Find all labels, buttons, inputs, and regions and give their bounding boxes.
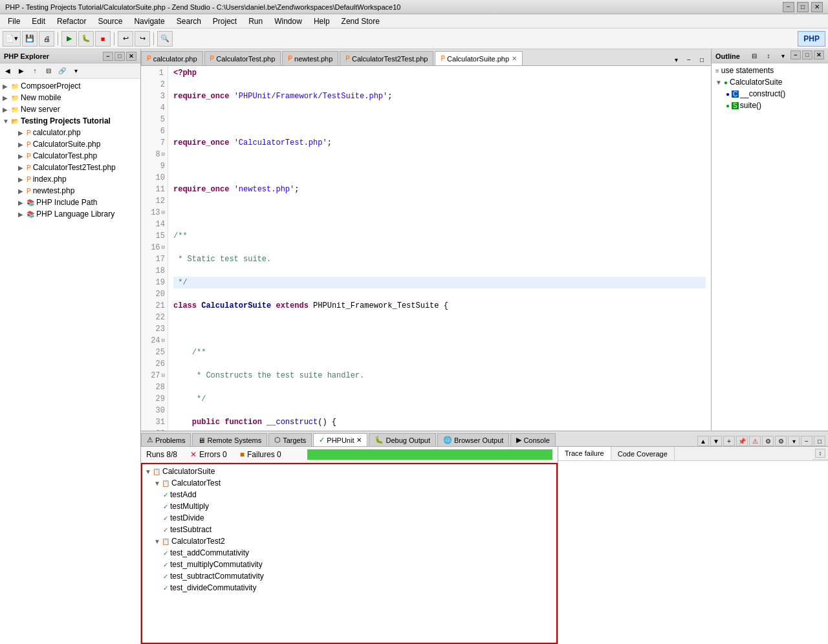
tab-calculator-test-php[interactable]: P CalculatorTest.php: [204, 51, 281, 65]
bottom-config-btn[interactable]: ▾: [788, 436, 800, 446]
tab-browser-output[interactable]: 🌐 Browser Output: [437, 433, 509, 446]
outline-calculator-suite[interactable]: ▼ ● CalculatorSuite: [713, 76, 827, 88]
composer-project-expand[interactable]: ▶: [3, 83, 10, 90]
test-item-calculator-test[interactable]: ▼ 📋 CalculatorTest: [144, 477, 555, 489]
undo-button[interactable]: ↩: [118, 31, 133, 47]
search-button[interactable]: 🔍: [157, 31, 173, 47]
tree-item-php-include-path[interactable]: ▶ 📚 PHP Include Path: [0, 197, 140, 208]
calc-test-test-expand[interactable]: ▼: [154, 480, 162, 487]
bottom-max-btn[interactable]: □: [814, 436, 825, 446]
trace-btn1[interactable]: ↕: [815, 449, 825, 458]
tab-phpunit[interactable]: ✓ PHPUnit ✕: [313, 433, 367, 446]
tab-debug-output[interactable]: 🐛 Debug Output: [369, 433, 436, 446]
tree-item-new-mobile[interactable]: ▶ 📁 New mobile: [0, 92, 140, 103]
bottom-new-btn[interactable]: +: [723, 436, 735, 446]
test-item-calculator-test2[interactable]: ▼ 📋 CalculatorTest2: [144, 535, 555, 547]
lang-lib-expand[interactable]: ▶: [18, 211, 26, 218]
outline-use-statements[interactable]: ≡ use statements: [713, 65, 827, 76]
explorer-forward-button[interactable]: ▶: [15, 65, 28, 77]
test-item-subtract-comm[interactable]: ✓ test_subtractCommutativity: [144, 570, 555, 582]
close-button[interactable]: ✕: [811, 2, 823, 12]
php-explorer-close[interactable]: ✕: [126, 52, 136, 61]
bottom-gear-btn[interactable]: ⚙: [775, 436, 787, 446]
bottom-up-btn[interactable]: ▲: [697, 436, 709, 446]
test-item-calculator-suite[interactable]: ▼ 📋 CalculatorSuite: [144, 466, 555, 477]
tab-targets[interactable]: ⬡ Targets: [268, 433, 312, 446]
debug-button[interactable]: 🐛: [78, 31, 94, 47]
tab-console[interactable]: ▶ Console: [510, 433, 555, 446]
calc-test2-expand[interactable]: ▶: [18, 164, 26, 171]
tree-item-new-server[interactable]: ▶ 📁 New server: [0, 103, 140, 115]
php-explorer-minimize[interactable]: −: [103, 52, 113, 61]
explorer-up-button[interactable]: ↑: [28, 65, 41, 77]
menu-project[interactable]: Project: [208, 16, 242, 27]
index-php-expand[interactable]: ▶: [18, 176, 26, 183]
explorer-collapse-button[interactable]: ⊟: [42, 65, 55, 77]
newtest-expand[interactable]: ▶: [18, 188, 26, 195]
phpunit-close[interactable]: ✕: [356, 436, 362, 444]
calc-test-expand[interactable]: ▶: [18, 153, 26, 160]
tab-remote-systems[interactable]: 🖥 Remote Systems: [192, 433, 267, 446]
bottom-err-btn[interactable]: ⚠: [749, 436, 761, 446]
new-mobile-expand[interactable]: ▶: [3, 94, 10, 102]
redo-button[interactable]: ↪: [135, 31, 150, 47]
test-item-multiply-comm[interactable]: ✓ test_multiplyCommutativity: [144, 559, 555, 570]
outline-close-btn[interactable]: ✕: [814, 50, 824, 59]
testing-tutorial-expand[interactable]: ▼: [3, 118, 10, 125]
tree-item-calculator-test2-php[interactable]: ▶ P CalculatorTest2Test.php: [0, 162, 140, 173]
menu-window[interactable]: Window: [269, 16, 307, 27]
test-item-test-subtract[interactable]: ✓ testSubtract: [144, 524, 555, 535]
menu-edit[interactable]: Edit: [27, 16, 50, 27]
minimize-button[interactable]: −: [783, 2, 794, 12]
bottom-warn-btn[interactable]: ⚙: [762, 436, 774, 446]
bottom-min-btn[interactable]: −: [801, 436, 812, 446]
explorer-link-button[interactable]: 🔗: [56, 65, 69, 77]
test-item-test-divide[interactable]: ✓ testDivide: [144, 512, 555, 524]
outline-min-btn[interactable]: −: [790, 50, 801, 59]
calc-suite-test-expand[interactable]: ▼: [145, 468, 153, 475]
tree-item-testing-tutorial[interactable]: ▼ 📂 Testing Projects Tutorial: [0, 115, 140, 127]
outline-max-btn[interactable]: □: [802, 50, 812, 59]
outline-sort-btn[interactable]: ↕: [762, 50, 775, 62]
print-button[interactable]: 🖨: [39, 31, 54, 47]
menu-search[interactable]: Search: [171, 16, 206, 27]
include-path-expand[interactable]: ▶: [18, 199, 26, 206]
outline-menu-btn[interactable]: ▾: [776, 50, 789, 62]
tree-item-calculator-php[interactable]: ▶ P calculator.php: [0, 127, 140, 138]
test-item-test-multiply[interactable]: ✓ testMultiply: [144, 500, 555, 512]
tree-item-composer-project[interactable]: ▶ 📁 CompsoerProject: [0, 80, 140, 92]
menu-refactor[interactable]: Refactor: [52, 16, 91, 27]
tab-newtest-php[interactable]: P newtest.php: [282, 51, 338, 65]
tab-maximize-button[interactable]: □: [695, 54, 708, 65]
tree-item-index-php[interactable]: ▶ P index.php: [0, 173, 140, 185]
trace-failure-tab[interactable]: Trace failure: [558, 447, 611, 460]
save-button[interactable]: 💾: [22, 31, 38, 47]
outline-construct[interactable]: ● C __construct(): [713, 88, 827, 100]
tree-item-php-lang-lib[interactable]: ▶ 📚 PHP Language Library: [0, 208, 140, 220]
test-item-test-add[interactable]: ✓ testAdd: [144, 489, 555, 500]
run-button[interactable]: ▶: [61, 31, 77, 47]
menu-navigate[interactable]: Navigate: [129, 16, 169, 27]
outline-collapse-btn[interactable]: ⊟: [748, 50, 761, 62]
tab-calc-suite-close[interactable]: ✕: [512, 55, 517, 62]
test-item-add-comm[interactable]: ✓ test_addCommutativity: [144, 547, 555, 559]
tab-list-button[interactable]: ▾: [670, 54, 682, 65]
code-editor[interactable]: <?php require_once 'PHPUnit/Framework/Te…: [168, 66, 711, 431]
explorer-back-button[interactable]: ◀: [1, 65, 14, 77]
maximize-button[interactable]: □: [797, 2, 809, 12]
menu-zend-store[interactable]: Zend Store: [336, 16, 385, 27]
code-coverage-tab[interactable]: Code Coverage: [611, 447, 675, 460]
php-explorer-maximize[interactable]: □: [114, 52, 125, 61]
calculator-php-expand[interactable]: ▶: [18, 129, 26, 136]
bottom-down-btn[interactable]: ▼: [710, 436, 722, 446]
menu-help[interactable]: Help: [309, 16, 335, 27]
outline-suite[interactable]: ● S suite(): [713, 100, 827, 111]
test-item-divide-comm[interactable]: ✓ test_divideCommutativity: [144, 582, 555, 594]
tab-calculator-php[interactable]: P calculator.php: [141, 51, 203, 65]
new-server-expand[interactable]: ▶: [3, 106, 10, 113]
stop-button[interactable]: ■: [95, 31, 111, 47]
tree-item-calculator-test-php[interactable]: ▶ P CalculatorTest.php: [0, 150, 140, 162]
tree-item-calculator-suite-php[interactable]: ▶ P CalculatorSuite.php: [0, 138, 140, 150]
calc-suite-expand[interactable]: ▶: [18, 141, 26, 148]
bottom-pin-btn[interactable]: 📌: [736, 436, 748, 446]
